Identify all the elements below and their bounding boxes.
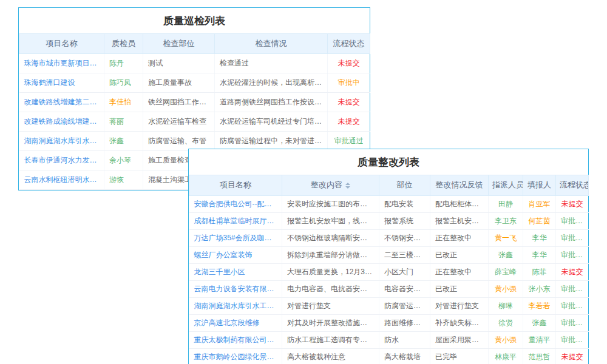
project-name-link[interactable]: 重庆市鹅岭公园绿化景观提升...: [189, 348, 282, 364]
project-name-link[interactable]: 珠海鹤洲口建设: [19, 73, 104, 93]
table-row: 湖南洞庭湖水库引水工... 张鑫 防腐管运输、布管 防腐管运输过程中，未对管进行…: [19, 132, 370, 151]
status-badge: 未提交: [328, 112, 370, 132]
project-name-link[interactable]: 螺丝厂办公室装饰: [189, 246, 282, 263]
rectification-table: 项目名称 整改内容 部位 整改情况反馈 指派人员 填报人 流程状态 安徽合肥供电…: [189, 175, 589, 364]
assignee-name: 黄一飞: [489, 229, 523, 246]
part-cell: 电容器安装...: [379, 280, 430, 297]
filler-name: 董清平: [523, 331, 556, 348]
status-badge: 审批通过: [556, 331, 589, 348]
status-badge: 审批通过: [556, 229, 589, 246]
table-row: 重庆太极制药有限公司亳州中... 防水工程施工选调有专业资质... 防水 屋面采…: [189, 331, 589, 348]
filler-name: 李若若: [523, 297, 556, 314]
table-row: 成都杜甫草堂临时展厅独立展... 报警主机安放牢固，线缆连接... 报警系统 报…: [189, 212, 589, 229]
table-row: 龙湖三千里小区 大理石质量更换，12月31日之... 小区大门 正在整改中 薛宝…: [189, 263, 589, 280]
part-cell: 二至三楼混...: [379, 246, 430, 263]
header-process-status: 流程状态: [328, 34, 370, 54]
assignee-name: 薛宝峰: [489, 263, 523, 280]
project-name-link[interactable]: 重庆太极制药有限公司亳州中...: [189, 331, 282, 348]
header-project-name: 项目名称: [189, 175, 282, 196]
header-rectify-content: 整改内容: [282, 175, 379, 196]
filler-name: 何芷茵: [523, 212, 556, 229]
project-name-link[interactable]: 湖南洞庭湖水库引水工程施工1标: [189, 297, 282, 314]
part-cell: 不锈钢安装...: [379, 229, 430, 246]
project-name-link[interactable]: 京沪高速北京段维修: [189, 314, 282, 331]
feedback-cell: 正在整改中: [430, 263, 489, 280]
project-name-link[interactable]: 改建铁路成渝线增建第...: [19, 112, 104, 132]
inspection-situation-cell: 检查通过: [215, 54, 328, 73]
table-row: 万达广场35#会所及咖啡厅空... 不锈钢边框玻璃隔断安装不牢... 不锈钢安装…: [189, 229, 589, 246]
header-assignee: 指派人员: [489, 175, 523, 196]
project-name-link[interactable]: 长春市伊通河水力发电...: [19, 151, 104, 170]
table-row: 珠海市城市更新项目紫... 陈丹 测试 检查通过 未提交: [19, 54, 370, 73]
feedback-cell: 配电柜柜体与...: [430, 195, 489, 212]
inspection-header-row: 项目名称 质检员 检查部位 检查情况 流程状态: [19, 34, 370, 54]
feedback-cell: 补齐缺失标志...: [430, 314, 489, 331]
rectification-table-body: 安徽合肥供电公司--配电设备... 安装时应按施工图的布置，将... 配电安装 …: [189, 195, 589, 364]
table-row: 云南电力设备安装有限公司20... 电力电容器、电抗器安装方案... 电容器安装…: [189, 280, 589, 297]
inspection-part-cell: 防腐管运输、布管: [143, 132, 215, 151]
inspector-name: 蒋丽: [104, 112, 143, 132]
project-name-link[interactable]: 云南电力设备安装有限公司20...: [189, 280, 282, 297]
table-row: 螺丝厂办公室装饰 拆除到承重墙部分请做好加固... 二至三楼混... 已改正 张…: [189, 246, 589, 263]
table-row: 湖南洞庭湖水库引水工程施工1标 对管进行垫支 防腐管运输... 对管进行垫支 柳…: [189, 297, 589, 314]
part-cell: 小区大门: [379, 263, 430, 280]
filler-name: 张小东: [523, 280, 556, 297]
rectification-header-row: 项目名称 整改内容 部位 整改情况反馈 指派人员 填报人 流程状态: [189, 175, 589, 196]
inspector-name: 李佳怡: [104, 93, 143, 112]
assignee-name: 黄小强: [489, 331, 523, 348]
part-cell: 高大榕栽培: [379, 348, 430, 364]
rectify-content-cell: 安装时应按施工图的布置，将...: [282, 195, 379, 212]
status-badge: 未提交: [328, 54, 370, 73]
rectification-table-title: 质量整改列表: [189, 149, 588, 175]
feedback-cell: 屋面采用聚氨...: [430, 331, 489, 348]
project-name-link[interactable]: 改建铁路线增建第二线...: [19, 93, 104, 112]
header-inspection-situation: 检查情况: [215, 34, 328, 54]
feedback-cell: 已完毕: [430, 348, 489, 364]
rectify-content-cell: 拆除到承重墙部分请做好加固...: [282, 246, 379, 263]
inspector-name: 陈丹: [104, 54, 143, 73]
assignee-name: 林康平: [489, 348, 523, 364]
inspection-table-title: 质量巡检列表: [19, 8, 370, 33]
feedback-cell: 正在整改中: [430, 229, 489, 246]
part-cell: 防腐管运输...: [379, 297, 430, 314]
status-badge: 审批通过: [556, 212, 589, 229]
rectify-content-cell: 防水工程施工选调有专业资质...: [282, 331, 379, 348]
table-row: 安徽合肥供电公司--配电设备... 安装时应按施工图的布置，将... 配电安装 …: [189, 195, 589, 212]
status-badge: 未提交: [556, 263, 589, 280]
project-name-link[interactable]: 成都杜甫草堂临时展厅独立展...: [189, 212, 282, 229]
status-badge: 审批通过: [556, 246, 589, 263]
assignee-name: 李卫东: [489, 212, 523, 229]
rectify-content-cell: 对其及时开展整改措施，桥头...: [282, 314, 379, 331]
status-badge: 审批通过: [556, 314, 589, 331]
project-name-link[interactable]: 湖南洞庭湖水库引水工...: [19, 132, 104, 151]
filler-name: 肖亚军: [523, 195, 556, 212]
project-name-link[interactable]: 龙湖三千里小区: [189, 263, 282, 280]
header-inspection-part: 检查部位: [143, 34, 215, 54]
inspection-part-cell: 水泥砼运输车检查: [143, 112, 215, 132]
rectify-content-cell: 电力电容器、电抗器安装方案...: [282, 280, 379, 297]
part-cell: 防水: [379, 331, 430, 348]
assignee-name: 徐贤: [489, 314, 523, 331]
inspection-part-cell: 铁丝网围挡工作检查: [143, 93, 215, 112]
sort-icon[interactable]: [345, 180, 350, 191]
status-badge: 未提交: [556, 348, 589, 364]
project-name-link[interactable]: 万达广场35#会所及咖啡厅空...: [189, 229, 282, 246]
project-name-link[interactable]: 安徽合肥供电公司--配电设备...: [189, 195, 282, 212]
project-name-link[interactable]: 珠海市城市更新项目紫...: [19, 54, 104, 73]
feedback-cell: 已改正: [430, 246, 489, 263]
feedback-cell: 报警主机安放...: [430, 212, 489, 229]
assignee-name: 黄小强: [489, 280, 523, 297]
rectify-content-cell: 大理石质量更换，12月31日之...: [282, 263, 379, 280]
inspection-part-cell: 测试: [143, 54, 215, 73]
filler-name: 范思哲: [523, 348, 556, 364]
inspection-situation-cell: 水泥砼运输车司机经过专门培训...: [215, 112, 328, 132]
assignee-name: 柳琳: [489, 297, 523, 314]
filler-name: 李华: [523, 246, 556, 263]
feedback-cell: 对管进行垫支: [430, 297, 489, 314]
feedback-cell: 已改正: [430, 280, 489, 297]
project-name-link[interactable]: 云南水利枢纽潜明水库...: [19, 170, 104, 190]
table-row: 京沪高速北京段维修 对其及时开展整改措施，桥头... 路面维修检... 补齐缺失…: [189, 314, 589, 331]
assignee-name: 田静: [489, 195, 523, 212]
rectify-content-cell: 高大榕被栽种注意: [282, 348, 379, 364]
inspector-name: 张鑫: [104, 132, 143, 151]
